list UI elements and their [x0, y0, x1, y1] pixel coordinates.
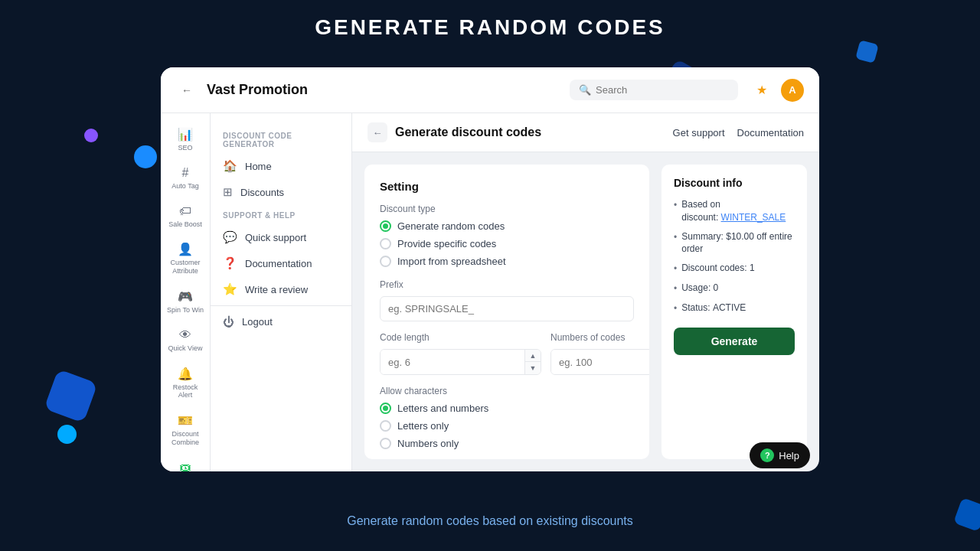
nav-label-documentation: Documentation — [245, 258, 312, 269]
discountcombine-icon: 🎫 — [178, 413, 193, 428]
info-summary-text: Summary: $10.00 off entire order — [681, 230, 795, 256]
quicksupport-icon: 💬 — [223, 230, 237, 244]
card-header: ← Vast Promotion 🔍 ★ A — [161, 67, 819, 113]
sidebar-item-spintowin[interactable]: 🎮 Spin To Win — [164, 283, 207, 321]
documentation-link[interactable]: Documentation — [737, 127, 804, 139]
content-title: Generate discount codes — [395, 126, 541, 139]
bg-subtitle: Generate random codes based on existing … — [0, 514, 980, 528]
generate-button[interactable]: Generate — [674, 328, 795, 355]
radio-label-specific: Provide specific codes — [397, 238, 496, 249]
info-based-on-text: Based on discount: WINTER_SALE — [681, 198, 795, 224]
help-label: Help — [779, 450, 799, 461]
info-based-on: • Based on discount: WINTER_SALE — [674, 198, 795, 224]
radio-btn-import[interactable] — [380, 256, 391, 267]
radio-btn-specific[interactable] — [380, 238, 391, 249]
sidebar-label-saleboost: Sale Boost — [168, 220, 202, 229]
nav-divider — [211, 305, 351, 306]
help-icon: ? — [760, 448, 774, 462]
info-title: Discount info — [674, 177, 795, 189]
logout-icon: ⏻ — [223, 315, 234, 328]
radio-letters-numbers[interactable]: Letters and numbers — [380, 403, 634, 414]
sidebar-item-coupongenerator[interactable]: 🎟 Coupon Generator — [164, 455, 207, 471]
nav-section-discount: DISCOUNT CODE GENERATOR — [211, 126, 351, 153]
info-codes-text: Discount codes: 1 — [681, 262, 754, 275]
code-length-field: Code length ▲ ▼ — [380, 332, 541, 375]
seo-icon: 📊 — [178, 127, 193, 142]
sidebar-item-autotag[interactable]: # Auto Tag — [164, 160, 207, 197]
nav-label-writereview: Write a review — [245, 284, 308, 295]
bg-title: GENERATE RANDOM CODES — [0, 15, 980, 40]
nav-item-home[interactable]: 🏠 Home — [211, 153, 351, 179]
get-support-link[interactable]: Get support — [673, 127, 725, 139]
nav-label-quicksupport: Quick support — [245, 232, 306, 243]
icon-sidebar: 📊 SEO # Auto Tag 🏷 Sale Boost 👤 Customer… — [161, 113, 211, 471]
radio-label-generate: Generate random codes — [397, 220, 505, 232]
radio-generate-random[interactable]: Generate random codes — [380, 220, 634, 232]
numbers-of-codes-input[interactable] — [551, 350, 649, 374]
form-panel: Setting Discount type Generate random co… — [364, 165, 649, 459]
allow-chars-group: Letters and numbers Letters only Numbers… — [380, 403, 634, 449]
radio-provide-specific[interactable]: Provide specific codes — [380, 238, 634, 249]
code-length-down[interactable]: ▼ — [525, 362, 541, 374]
customer-icon: 👤 — [178, 242, 193, 256]
radio-btn-letters-numbers[interactable] — [380, 403, 391, 414]
nav-item-discounts[interactable]: ⊞ Discounts — [211, 179, 351, 205]
avatar[interactable]: A — [781, 79, 804, 102]
header-links: Get support Documentation — [673, 127, 804, 139]
sidebar-label-customer: Customer Attribute — [167, 259, 204, 276]
search-bar[interactable]: 🔍 — [570, 80, 738, 100]
code-numbers-row: Code length ▲ ▼ Numbers of codes — [380, 332, 634, 375]
numbers-of-codes-input-wrapper: ▲ ▼ — [550, 349, 649, 375]
info-status-text: Status: ACTIVE — [681, 302, 746, 315]
writereview-icon: ⭐ — [223, 282, 237, 296]
nav-item-documentation[interactable]: ❓ Documentation — [211, 250, 351, 276]
prefix-input[interactable] — [380, 296, 634, 321]
bullet-icon: • — [674, 302, 677, 315]
decorative-blob — [855, 40, 879, 64]
radio-btn-numbers-only[interactable] — [380, 438, 391, 449]
content-title-row: ← Generate discount codes — [368, 122, 541, 142]
info-status: • Status: ACTIVE — [674, 302, 795, 315]
nav-label-home: Home — [245, 161, 272, 172]
coupongenerator-icon: 🎟 — [179, 461, 191, 471]
nav-item-quicksupport[interactable]: 💬 Quick support — [211, 224, 351, 250]
nav-label-logout: Logout — [242, 316, 273, 328]
back-button[interactable]: ← — [176, 80, 198, 101]
info-panel: Discount info • Based on discount: WINTE… — [662, 165, 807, 459]
decorative-blob — [57, 425, 77, 444]
radio-import-spreadsheet[interactable]: Import from spreadsheet — [380, 256, 634, 267]
bullet-icon: • — [674, 282, 677, 295]
autotag-icon: # — [182, 166, 189, 180]
sidebar-item-restock[interactable]: 🔔 Restock Alert — [164, 360, 207, 406]
decorative-blob — [84, 129, 98, 142]
nav-item-logout[interactable]: ⏻ Logout — [211, 309, 351, 334]
info-status-value: ACTIVE — [713, 302, 746, 313]
numbers-of-codes-label: Numbers of codes — [550, 332, 649, 343]
sidebar-label-spintowin: Spin To Win — [167, 306, 204, 315]
radio-letters-only[interactable]: Letters only — [380, 420, 634, 432]
radio-btn-generate[interactable] — [380, 220, 391, 232]
star-button[interactable]: ★ — [750, 79, 773, 102]
content-back-button[interactable]: ← — [368, 122, 387, 142]
help-button[interactable]: ? Help — [750, 442, 810, 468]
search-input[interactable] — [596, 84, 729, 96]
code-length-spinners: ▲ ▼ — [524, 350, 541, 374]
radio-btn-letters-only[interactable] — [380, 420, 391, 432]
search-icon: 🔍 — [579, 84, 591, 96]
sidebar-label-seo: SEO — [178, 144, 192, 152]
sidebar-item-saleboost[interactable]: 🏷 Sale Boost — [164, 198, 207, 235]
code-length-input[interactable] — [381, 350, 524, 374]
app-title: Vast Promotion — [207, 82, 570, 98]
code-length-input-wrapper: ▲ ▼ — [380, 349, 541, 375]
sidebar-item-seo[interactable]: 📊 SEO — [164, 121, 207, 158]
radio-numbers-only[interactable]: Numbers only — [380, 438, 634, 449]
nav-label-discounts: Discounts — [240, 187, 284, 198]
sidebar-item-discountcombine[interactable]: 🎫 Discount Combine — [164, 407, 207, 453]
code-length-up[interactable]: ▲ — [525, 350, 541, 362]
sidebar-item-customer[interactable]: 👤 Customer Attribute — [164, 236, 207, 282]
nav-item-writereview[interactable]: ⭐ Write a review — [211, 276, 351, 302]
sidebar-item-quickview[interactable]: 👁 Quick View — [164, 322, 207, 359]
discounts-icon: ⊞ — [223, 185, 233, 199]
sidebar-label-quickview: Quick View — [168, 344, 203, 353]
discount-name-link[interactable]: WINTER_SALE — [721, 212, 786, 223]
